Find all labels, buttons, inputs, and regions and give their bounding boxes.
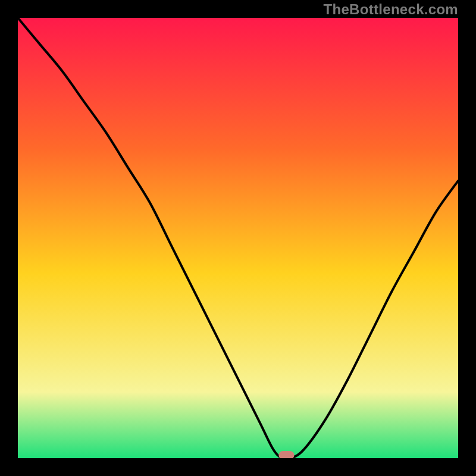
bottleneck-chart xyxy=(18,18,458,458)
plot-area xyxy=(18,18,458,458)
chart-frame: TheBottleneck.com xyxy=(0,0,476,476)
watermark-text: TheBottleneck.com xyxy=(324,1,458,18)
gradient-background xyxy=(18,18,458,458)
optimal-marker xyxy=(278,451,294,458)
